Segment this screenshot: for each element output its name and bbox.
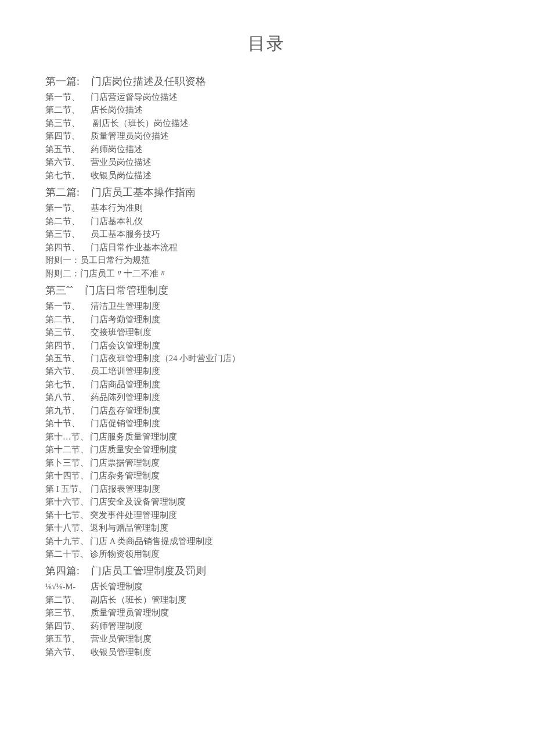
section-label: 第二节、 bbox=[45, 313, 82, 326]
section-label: 第一节、 bbox=[45, 201, 82, 214]
section-row: 第一节、基本行为准则 bbox=[45, 201, 488, 214]
section-row: 第二节、门店考勤管理制度 bbox=[45, 313, 488, 326]
section-label: 第卜三节、 bbox=[45, 456, 89, 469]
section-title: 交接班管理制度 bbox=[91, 327, 151, 337]
section-row: 第六节、营业员岗位描述 bbox=[45, 156, 488, 168]
toc-title: 目录 bbox=[45, 32, 488, 56]
section-title: 门店营运督导岗位描述 bbox=[91, 92, 178, 102]
chapter-label: 第三ˆˆ bbox=[45, 283, 73, 297]
section-title: 门店考勤管理制度 bbox=[91, 315, 160, 324]
section-row: 第十八节、返利与赠品管理制度 bbox=[45, 521, 488, 534]
section-row: 第二节、门店基本礼仪 bbox=[45, 215, 488, 228]
section-row: 第十…节、门店服务质量管理制度 bbox=[45, 430, 488, 443]
section-row: 第十节、门店促销管理制度 bbox=[45, 417, 488, 430]
section-title: 门店日常作业基本流程 bbox=[91, 243, 178, 252]
section-label: 第三节、 bbox=[45, 606, 82, 619]
appendix-row: 附则二：门店员工〃十二不准〃 bbox=[45, 267, 488, 280]
section-row: 第 I 五节、 门店报表管理制度 bbox=[45, 483, 488, 495]
chapter-heading: 第三ˆˆ门店日常管理制度 bbox=[45, 283, 488, 297]
chapter-title: 门店日常管理制度 bbox=[85, 285, 168, 296]
section-row: 第三节、交接班管理制度 bbox=[45, 326, 488, 339]
section-row: 第五节、门店夜班管理制度（24 小时营业门店） bbox=[45, 352, 488, 365]
section-row: 第五节、药师岗位描述 bbox=[45, 143, 488, 156]
section-label: 第十六节、 bbox=[45, 495, 89, 508]
section-label: 第十九节、 bbox=[45, 535, 89, 548]
section-label: ⅛√⅛-M- bbox=[45, 580, 82, 593]
section-title: 门店报表管理制度 bbox=[88, 484, 160, 494]
section-row: 第三节、质量管理员管理制度 bbox=[45, 606, 488, 619]
section-label: 第三节、 bbox=[45, 228, 82, 240]
section-label: 第十节、 bbox=[45, 417, 82, 430]
section-label: 第八节、 bbox=[45, 391, 82, 404]
section-title: 门店商品管理制度 bbox=[91, 380, 160, 389]
section-title: 门店质量安全管理制度 bbox=[90, 445, 177, 454]
section-label: 第四节、 bbox=[45, 129, 82, 142]
section-label: 第六节、 bbox=[45, 365, 82, 377]
chapter-heading: 第四篇:门店员工管理制度及罚则 bbox=[45, 564, 488, 578]
section-label: 第四节、 bbox=[45, 620, 82, 632]
section-label: 第六节、 bbox=[45, 156, 82, 168]
section-title: 药师管理制度 bbox=[91, 621, 143, 631]
section-row: 第十九节、门店 A 类商品销售提成管理制度 bbox=[45, 535, 488, 548]
chapter-label: 第二篇: bbox=[45, 185, 80, 199]
section-row: 第八节、药品陈列管理制度 bbox=[45, 391, 488, 404]
section-row: 第六节、收银员管理制度 bbox=[45, 646, 488, 658]
section-title: 突发事件处理管理制度 bbox=[90, 510, 177, 520]
section-title: 药师岗位描述 bbox=[91, 145, 143, 154]
section-title: 副店长（班长）岗位描述 bbox=[91, 118, 189, 128]
chapter-title: 门店员工基本操作指南 bbox=[91, 186, 196, 198]
section-label: 第六节、 bbox=[45, 646, 82, 658]
section-row: ⅛√⅛-M-店长管理制度 bbox=[45, 580, 488, 593]
section-row: 第二节、副店长（班长）管理制度 bbox=[45, 593, 488, 606]
section-title: 门店 A 类商品销售提成管理制度 bbox=[90, 537, 213, 546]
section-label: 第二十节、 bbox=[45, 548, 89, 560]
section-row: 第七节、收银员岗位描述 bbox=[45, 169, 488, 182]
section-row: 第十二节、门店质量安全管理制度 bbox=[45, 443, 488, 456]
chapter-label: 第一篇: bbox=[45, 74, 80, 88]
section-label: 第三节、 bbox=[45, 117, 82, 129]
section-title: 店长岗位描述 bbox=[91, 105, 143, 114]
section-row: 第五节、营业员管理制度 bbox=[45, 632, 488, 645]
section-title: 员工培训管理制度 bbox=[91, 366, 160, 376]
section-title: 门店基本礼仪 bbox=[91, 217, 143, 226]
section-row: 第六节、员工培训管理制度 bbox=[45, 365, 488, 377]
section-title: 收银员管理制度 bbox=[91, 647, 151, 657]
chapter-heading: 第二篇:门店员工基本操作指南 bbox=[45, 185, 488, 199]
section-row: 第卜三节、门店票据管理制度 bbox=[45, 456, 488, 469]
section-label: 第七节、 bbox=[45, 169, 82, 182]
section-label: 第一节、 bbox=[45, 300, 82, 312]
section-title: 员工基本服务技巧 bbox=[91, 229, 160, 239]
section-label: 第七节、 bbox=[45, 378, 82, 391]
section-row: 第四节、门店日常作业基本流程 bbox=[45, 241, 488, 254]
chapter-label: 第四篇: bbox=[45, 564, 80, 578]
appendix-row: 附则一：员工日常行为规范 bbox=[45, 254, 488, 267]
section-title: 副店长（班长）管理制度 bbox=[91, 595, 186, 604]
section-title: 门店会议管理制度 bbox=[91, 341, 160, 350]
section-title: 质量管理员岗位描述 bbox=[91, 131, 169, 141]
section-label: 第一节、 bbox=[45, 91, 82, 103]
section-label: 第二节、 bbox=[45, 593, 82, 606]
section-row: 第二十节、诊所物资领用制度 bbox=[45, 548, 488, 560]
section-label: 第十七节、 bbox=[45, 509, 89, 521]
toc-body: 第一篇:门店岗位描述及任职资格第一节、门店营运督导岗位描述第二节、店长岗位描述第… bbox=[45, 74, 488, 658]
section-row: 第一节、门店营运督导岗位描述 bbox=[45, 91, 488, 103]
section-row: 第九节、门店盘存管理制度 bbox=[45, 404, 488, 417]
section-row: 第四节、药师管理制度 bbox=[45, 620, 488, 632]
section-label: 第二节、 bbox=[45, 215, 82, 228]
section-title: 营业员岗位描述 bbox=[91, 157, 151, 167]
section-title: 清洁卫生管理制度 bbox=[91, 301, 160, 311]
section-title: 门店夜班管理制度（24 小时营业门店） bbox=[91, 354, 240, 363]
section-label: 第三节、 bbox=[45, 326, 82, 339]
section-title: 质量管理员管理制度 bbox=[91, 608, 169, 617]
section-label: 第十八节、 bbox=[45, 521, 89, 534]
section-title: 返利与赠品管理制度 bbox=[90, 523, 168, 532]
section-row: 第十四节、门店杂务管理制度 bbox=[45, 469, 488, 482]
section-label: 第五节、 bbox=[45, 143, 82, 156]
section-title: 门店盘存管理制度 bbox=[91, 406, 160, 415]
section-title: 基本行为准则 bbox=[91, 203, 143, 213]
section-label: 第二节、 bbox=[45, 103, 82, 116]
section-title: 门店促销管理制度 bbox=[91, 419, 160, 428]
section-label: 第五节、 bbox=[45, 632, 82, 645]
chapter-title: 门店岗位描述及任职资格 bbox=[91, 75, 206, 87]
section-label: 第十四节、 bbox=[45, 469, 89, 482]
